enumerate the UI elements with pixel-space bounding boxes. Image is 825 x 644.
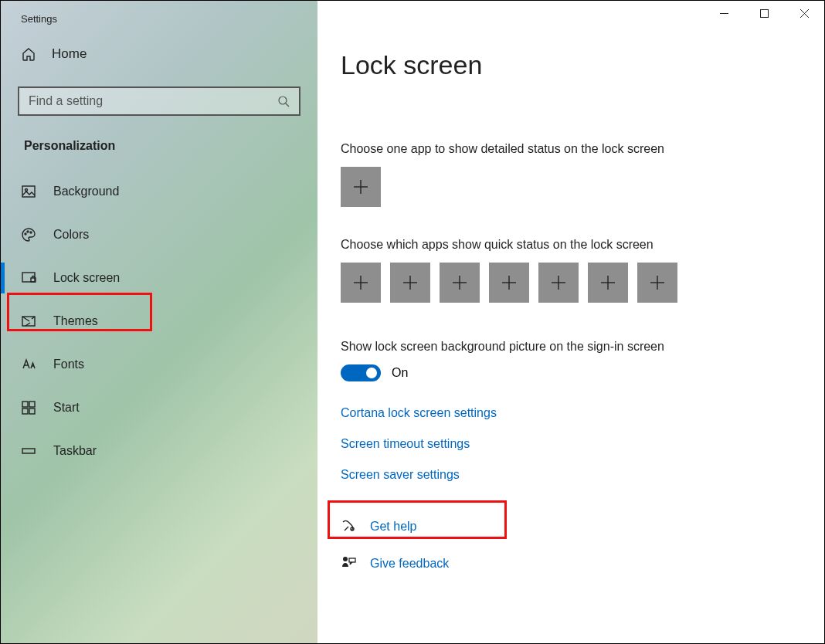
add-quick-app-button[interactable] bbox=[390, 263, 430, 303]
close-button[interactable] bbox=[784, 1, 824, 25]
minimize-button[interactable] bbox=[704, 1, 744, 25]
sidebar-item-fonts[interactable]: Fonts bbox=[1, 343, 317, 386]
add-quick-app-button[interactable] bbox=[489, 263, 529, 303]
palette-icon bbox=[21, 227, 36, 242]
give-feedback-link[interactable]: Give feedback bbox=[341, 556, 824, 571]
add-quick-app-button[interactable] bbox=[637, 263, 677, 303]
screen-timeout-link[interactable]: Screen timeout settings bbox=[341, 437, 470, 451]
svg-rect-7 bbox=[22, 273, 35, 282]
plus-icon bbox=[550, 274, 567, 291]
nav-label: Fonts bbox=[53, 358, 84, 371]
taskbar-icon bbox=[21, 443, 36, 459]
home-label: Home bbox=[52, 46, 87, 62]
nav-label: Background bbox=[53, 185, 119, 198]
svg-rect-16 bbox=[760, 9, 768, 17]
section-heading: Personalization bbox=[1, 116, 317, 170]
get-help-link[interactable]: Get help bbox=[341, 519, 824, 534]
sidebar-item-background[interactable]: Background bbox=[1, 170, 317, 213]
plus-icon bbox=[352, 178, 369, 195]
svg-rect-12 bbox=[22, 408, 28, 414]
title-bar bbox=[704, 1, 824, 25]
nav-label: Taskbar bbox=[53, 444, 97, 458]
add-quick-app-button[interactable] bbox=[588, 263, 628, 303]
nav-label: Start bbox=[53, 401, 80, 415]
maximize-button[interactable] bbox=[744, 1, 784, 25]
start-icon bbox=[21, 400, 36, 415]
add-quick-app-button[interactable] bbox=[341, 263, 381, 303]
search-input[interactable]: Find a setting bbox=[18, 86, 300, 116]
minimize-icon bbox=[720, 9, 728, 18]
nav-label: Lock screen bbox=[53, 271, 120, 285]
feedback-label: Give feedback bbox=[370, 557, 449, 571]
svg-rect-2 bbox=[22, 186, 35, 197]
quick-status-slots bbox=[341, 263, 824, 303]
svg-line-1 bbox=[286, 103, 289, 107]
fonts-icon bbox=[21, 357, 36, 372]
plus-icon bbox=[599, 274, 616, 291]
window-title: Settings bbox=[1, 8, 317, 39]
themes-icon bbox=[21, 314, 36, 329]
add-quick-app-button[interactable] bbox=[440, 263, 480, 303]
svg-point-5 bbox=[27, 231, 29, 232]
svg-point-0 bbox=[279, 97, 287, 104]
nav-label: Themes bbox=[53, 314, 98, 328]
quick-status-label: Choose which apps show quick status on t… bbox=[341, 238, 824, 252]
nav-label: Colors bbox=[53, 228, 89, 242]
plus-icon bbox=[352, 274, 369, 291]
toggle-thumb bbox=[366, 368, 377, 378]
detailed-status-label: Choose one app to show detailed status o… bbox=[341, 142, 824, 156]
sidebar: Settings Home Find a setting Personaliza… bbox=[1, 1, 317, 643]
svg-rect-10 bbox=[22, 402, 28, 407]
help-icon bbox=[341, 519, 356, 534]
plus-icon bbox=[649, 274, 666, 291]
cortana-settings-link[interactable]: Cortana lock screen settings bbox=[341, 406, 497, 420]
toggle-state: On bbox=[392, 366, 408, 380]
lock-screen-icon bbox=[21, 270, 36, 286]
maximize-icon bbox=[760, 9, 769, 18]
search-icon bbox=[277, 95, 290, 107]
main-content: Lock screen Choose one app to show detai… bbox=[317, 1, 824, 643]
bg-toggle[interactable] bbox=[341, 364, 381, 381]
home-icon bbox=[21, 46, 36, 62]
plus-icon bbox=[501, 274, 518, 291]
sidebar-item-colors[interactable]: Colors bbox=[1, 213, 317, 256]
add-detailed-app-button[interactable] bbox=[341, 167, 381, 207]
home-button[interactable]: Home bbox=[1, 39, 317, 69]
help-label: Get help bbox=[370, 520, 416, 534]
plus-icon bbox=[402, 274, 419, 291]
svg-rect-14 bbox=[22, 449, 35, 453]
svg-rect-13 bbox=[29, 408, 35, 414]
close-icon bbox=[800, 9, 809, 18]
search-placeholder: Find a setting bbox=[29, 94, 277, 108]
plus-icon bbox=[451, 274, 468, 291]
bg-toggle-label: Show lock screen background picture on t… bbox=[341, 340, 824, 354]
svg-point-6 bbox=[30, 232, 32, 233]
screen-saver-link[interactable]: Screen saver settings bbox=[341, 468, 460, 482]
svg-point-36 bbox=[343, 557, 348, 561]
feedback-icon bbox=[341, 556, 356, 571]
sidebar-item-start[interactable]: Start bbox=[1, 386, 317, 429]
picture-icon bbox=[21, 184, 36, 199]
sidebar-item-taskbar[interactable]: Taskbar bbox=[1, 429, 317, 473]
sidebar-item-lock-screen[interactable]: Lock screen bbox=[1, 256, 317, 300]
svg-rect-37 bbox=[349, 558, 355, 562]
add-quick-app-button[interactable] bbox=[538, 263, 579, 303]
svg-point-4 bbox=[25, 233, 26, 235]
svg-rect-11 bbox=[29, 402, 35, 407]
sidebar-item-themes[interactable]: Themes bbox=[1, 300, 317, 343]
